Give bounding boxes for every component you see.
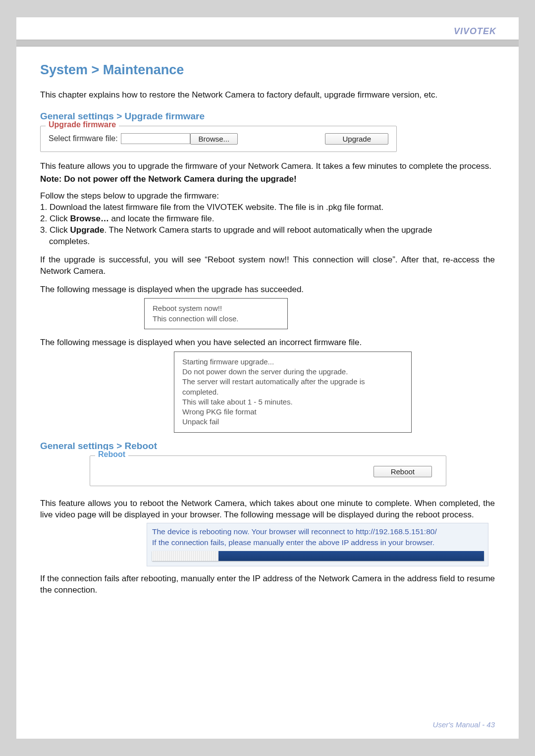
- steps-intro: Follow the steps below to upgrade the fi…: [40, 191, 495, 201]
- fw-note: Note: Do not power off the Network Camer…: [40, 174, 495, 184]
- footer: User's Manual - 43: [433, 720, 495, 729]
- reboot-legend: Reboot: [95, 450, 128, 459]
- step-2: 2. Click Browse… and locate the firmware…: [40, 213, 495, 225]
- brand-label: VIVOTEK: [16, 17, 519, 40]
- browse-button[interactable]: Browse...: [190, 133, 238, 145]
- upgrade-button[interactable]: Upgrade: [325, 133, 388, 145]
- intro-text: This chapter explains how to restore the…: [40, 90, 495, 101]
- reboot-message-panel: The device is rebooting now. Your browse…: [147, 523, 488, 567]
- fail-l7: Unpack fail: [182, 417, 403, 427]
- succeed-intro: The following message is displayed when …: [40, 284, 495, 296]
- success-message-box: Reboot system now!! This connection will…: [144, 298, 288, 329]
- reboot-msg-l2: If the connection fails, please manually…: [152, 537, 483, 548]
- reboot-button[interactable]: Reboot: [374, 466, 432, 477]
- success-para: If the upgrade is successful, you will s…: [40, 254, 495, 277]
- fw-desc: This feature allows you to upgrade the f…: [40, 161, 495, 172]
- upgrade-firmware-fieldset: Upgrade firmware Select firmware file: B…: [40, 126, 397, 152]
- fail-l2: Do not power down the server during the …: [182, 367, 403, 377]
- fail-l6: Wrong PKG file format: [182, 407, 403, 417]
- reboot-progress-fill: [152, 551, 218, 561]
- page-title: System > Maintenance: [40, 62, 495, 78]
- fail-l3: The server will restart automatically af…: [182, 377, 403, 387]
- step-3: 3. Click Upgrade. The Network Camera sta…: [40, 225, 495, 236]
- reboot-progress: [152, 551, 484, 561]
- upgrade-firmware-legend: Upgrade firmware: [46, 120, 119, 129]
- step-3-cont: completes.: [40, 236, 495, 248]
- fail-intro: The following message is displayed when …: [40, 337, 495, 349]
- header-band: [16, 40, 519, 47]
- fail-l4: completed.: [182, 387, 403, 397]
- tail-text: If the connection fails after rebooting,…: [40, 573, 495, 596]
- reboot-fieldset: Reboot Reboot: [90, 455, 446, 486]
- fail-l1: Starting firmware upgrade...: [182, 357, 403, 367]
- step-1: 1. Download the latest firmware file fro…: [40, 202, 495, 213]
- fail-message-box: Starting firmware upgrade... Do not powe…: [174, 352, 412, 433]
- success-msg-line2: This connection will close.: [153, 314, 279, 324]
- reboot-msg-l1: The device is rebooting now. Your browse…: [152, 526, 483, 537]
- firmware-file-input[interactable]: [121, 133, 190, 144]
- file-label: Select firmware file:: [49, 134, 118, 143]
- success-msg-line1: Reboot system now!!: [153, 303, 279, 313]
- fail-l5: This will take about 1 - 5 minutes.: [182, 397, 403, 407]
- reboot-desc: This feature allows you to reboot the Ne…: [40, 498, 495, 521]
